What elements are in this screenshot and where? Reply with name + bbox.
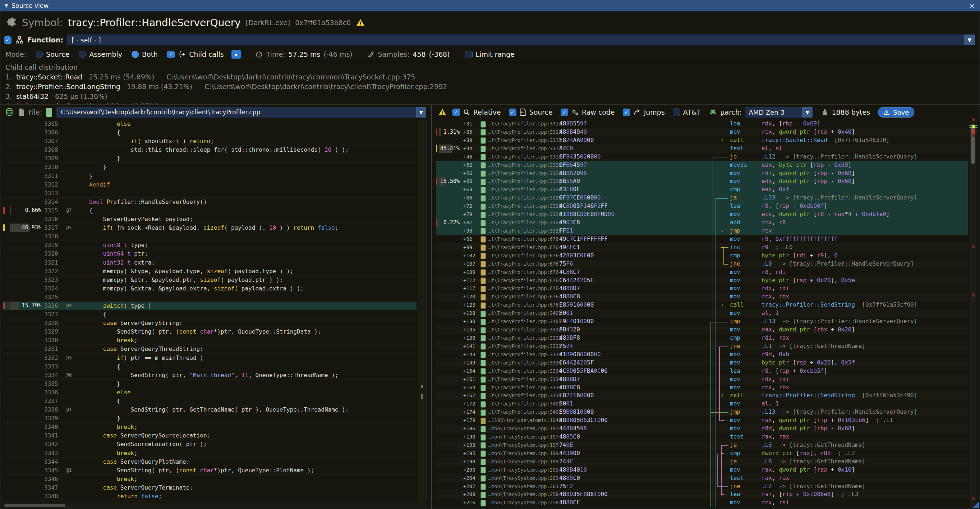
assembly-vertical-scrollbar[interactable] bbox=[970, 120, 977, 508]
source-location[interactable]: …mon\TracySystem.cpp:258 bbox=[488, 499, 558, 507]
source-location[interactable]: …t\TracyProfiler.cpp:3326 bbox=[488, 161, 562, 169]
source-location[interactable]: …t\TracyProfiler.cpp:3326 bbox=[488, 169, 562, 178]
source-line[interactable]: 3308 std::this_thread::sleep_for( std::c… bbox=[3, 146, 417, 154]
att-toggle[interactable]: AT&T bbox=[673, 108, 701, 116]
mode-radio-source[interactable]: Source bbox=[36, 50, 69, 58]
source-location[interactable]: …t\TracyProfiler.cpp:3317 bbox=[488, 128, 562, 136]
source-line[interactable]: 3307 if( shouldExit ) return; bbox=[3, 137, 417, 146]
source-line[interactable]: 3312#endif bbox=[3, 180, 417, 189]
assembly-line[interactable]: 15.50%+60…t\TracyProfiler.cpp:33268B55A0… bbox=[436, 177, 968, 186]
function-checkbox[interactable]: ✓ bbox=[4, 36, 11, 44]
titlebar[interactable]: ▼ Source view × bbox=[0, 0, 980, 11]
source-line[interactable]: 3334@6 SendString( ptr, "Main thread", 1… bbox=[3, 371, 417, 380]
limit-range-toggle[interactable]: Limit range bbox=[465, 50, 515, 58]
source-line[interactable]: 3338@1 SendString( ptr, GetThreadName( p… bbox=[3, 406, 417, 414]
source-location[interactable]: …t\TracyProfiler.cpp:3326 bbox=[488, 194, 562, 202]
collapse-icon[interactable]: ▼ bbox=[5, 3, 8, 8]
source-location[interactable]: …t\TracyProfiler.cpp:3317 bbox=[488, 120, 562, 128]
att-checkbox[interactable] bbox=[673, 108, 680, 116]
assembly-line[interactable]: +66…t\TracyProfiler.cpp:33260F87CE060000… bbox=[436, 194, 968, 202]
source-location[interactable]: …t\TracyProfiler.cpp:3326 bbox=[488, 186, 562, 194]
source-line[interactable]: 3346 break; bbox=[3, 475, 417, 484]
source-line[interactable]: 3343 break; bbox=[3, 449, 417, 458]
source-location[interactable]: …t\TracyProfiler.cpp:3334 bbox=[488, 391, 562, 400]
assembly-line[interactable]: +107…t\TracyProfiler.hpp:67675F6jne.L0 -… bbox=[436, 260, 968, 268]
assembly-line[interactable]: +195…mon\TracySystem.cpp:199443900→cmpdw… bbox=[436, 449, 968, 458]
source-location[interactable]: …t\TracyProfiler.cpp:3317 bbox=[488, 136, 562, 145]
relative-toggle[interactable]: ✓ Relative bbox=[452, 108, 501, 116]
function-dropdown[interactable]: [ - self - ] ▼ bbox=[67, 34, 975, 46]
source-line[interactable]: 3320 uint64_t ptr; bbox=[3, 250, 417, 258]
jumps-checkbox[interactable]: ✓ bbox=[623, 108, 630, 116]
source-line[interactable]: 3323 memcpy( &ptr, &payload.ptr, sizeof(… bbox=[3, 276, 417, 284]
source-location[interactable]: …t\TracyProfiler.cpp:3326 bbox=[488, 202, 562, 210]
source-location[interactable]: …t\TracyProfiler.cpp:3317 bbox=[488, 145, 562, 153]
assembly-line[interactable]: +143…t\TracyProfiler.cpp:333441B90B00000… bbox=[436, 350, 968, 359]
source-line[interactable]: 3319 uint8_t type; bbox=[3, 241, 417, 250]
source-line[interactable]: 3324 memcpy( &extra, &payload.extra, siz… bbox=[3, 284, 417, 293]
assembly-line[interactable]: +102…t\TracyProfiler.hpp:67642803C0F00cm… bbox=[436, 251, 968, 260]
source-location[interactable]: …t\TracyProfiler.cpp:3334 bbox=[488, 367, 562, 375]
child-call-entry[interactable]: 1.tracy::Socket::Read25.25 ms (54.89%)C:… bbox=[5, 73, 977, 83]
child-call-entry[interactable]: 2.tracy::Profiler::SendLongString19.88 m… bbox=[5, 83, 977, 92]
source-line[interactable]: 3331 case ServerQueryThreadString: bbox=[3, 345, 417, 353]
source-line[interactable]: 3337 { bbox=[3, 397, 417, 406]
source-location[interactable]: …t\TracyProfiler.cpp:3326 bbox=[488, 219, 562, 227]
raw-code-toggle[interactable]: ✓ Raw code bbox=[561, 108, 615, 116]
assembly-line[interactable]: +117…t\TracyProfiler.hpp:676488BD7movrdx… bbox=[436, 284, 968, 293]
child-calls-up-button[interactable]: ▲ bbox=[231, 50, 241, 59]
child-call-entry[interactable]: 3.stat64i32625 μs (1.36%) bbox=[5, 92, 977, 102]
source-line[interactable]: 3318 bbox=[3, 232, 417, 241]
source-line[interactable]: 0.66%3315@7{ bbox=[3, 206, 417, 215]
source-line[interactable]: 3327 { bbox=[3, 310, 417, 319]
source-location[interactable]: …t\TracyProfiler.cpp:3326 bbox=[488, 227, 562, 235]
source-location[interactable]: …t\TracyProfiler.hpp:676 bbox=[488, 293, 558, 301]
radio-icon[interactable] bbox=[132, 51, 139, 58]
raw-code-checkbox[interactable]: ✓ bbox=[561, 108, 568, 116]
source-location[interactable]: …t\TracyProfiler.cpp:3317 bbox=[488, 153, 562, 161]
assembly-line[interactable]: +79…t\TracyProfiler.cpp:3326418B8C80E0BF… bbox=[436, 210, 968, 219]
file-dropdown-arrow-icon[interactable]: ▼ bbox=[416, 107, 426, 118]
source-line[interactable]: 3311} bbox=[3, 172, 417, 180]
assembly-line[interactable]: +56…t\TracyProfiler.cpp:3326488B7D98movr… bbox=[436, 169, 968, 178]
assembly-line[interactable]: +138…t\TracyProfiler.cpp:3332483BF8cmprd… bbox=[436, 334, 968, 342]
source-line[interactable]: 3310 } bbox=[3, 163, 417, 172]
source-line[interactable]: 3325 bbox=[3, 293, 417, 302]
source-line[interactable]: 3344 case ServerQueryPlotName: bbox=[3, 458, 417, 466]
assembly-line[interactable]: +46…t\TracyProfiler.cpp:33170F8435020000… bbox=[436, 153, 968, 161]
assembly-line[interactable]: +167…t\TracyProfiler.cpp:3334E824160000‹… bbox=[436, 391, 968, 400]
assembly-line[interactable]: +179…1103\include\atomic:1048488B05B63C1… bbox=[436, 416, 968, 425]
assembly-line[interactable]: +198…mon\TracySystem.cpp:199744Cje.L6 ->… bbox=[436, 458, 968, 466]
source-location[interactable]: …t\TracyProfiler.cpp:3334 bbox=[488, 375, 562, 383]
source-location[interactable]: …t\TracyProfiler.cpp:3334 bbox=[488, 359, 562, 367]
source-location[interactable]: …t\TracyProfiler.cpp:3332 bbox=[488, 334, 562, 342]
source-location[interactable]: …mon\TracySystem.cpp:203 bbox=[488, 474, 558, 482]
source-horizontal-scrollbar[interactable] bbox=[3, 503, 426, 508]
source-location[interactable]: …t\TracyProfiler.hpp:676 bbox=[488, 243, 558, 251]
source-location[interactable]: …mon\TracySystem.cpp:197 bbox=[488, 433, 558, 441]
source-line[interactable]: 3332@3 if( ptr == m_mainThread ) bbox=[3, 354, 417, 362]
source-location[interactable]: …t\TracyProfiler.cpp:3334 bbox=[488, 350, 562, 359]
radio-icon[interactable] bbox=[36, 51, 43, 58]
source-checkbox[interactable]: ✓ bbox=[509, 108, 516, 116]
source-line[interactable]: 3329 SendString( ptr, (const char*)ptr, … bbox=[3, 328, 417, 336]
close-icon[interactable]: × bbox=[969, 2, 975, 10]
source-line[interactable]: 3309 } bbox=[3, 154, 417, 163]
source-line[interactable]: 3328 case ServerQueryString: bbox=[3, 319, 417, 328]
assembly-line[interactable]: +52…t\TracyProfiler.cpp:33260FB64597movz… bbox=[436, 161, 968, 169]
assembly-line[interactable]: +164…t\TracyProfiler.cpp:3334488BCBmovrc… bbox=[436, 383, 968, 392]
source-line[interactable]: 3347 case ServerQueryTerminate: bbox=[3, 484, 417, 492]
assembly-line[interactable]: +172…t\TracyProfiler.cpp:3401B001moval, … bbox=[436, 400, 968, 408]
assembly-line[interactable]: +149…t\TracyProfiler.cpp:3334C64424205Fm… bbox=[436, 359, 968, 367]
resize-grip[interactable] bbox=[972, 501, 979, 508]
assembly-line[interactable]: +200…mon\TracySystem.cpp:203488B4010movr… bbox=[436, 466, 968, 474]
child-call-entry[interactable]: 4.KeSynchronizeExecution125 μs (0.27%) bbox=[5, 102, 977, 104]
assembly-line[interactable]: +154…t\TracyProfiler.cpp:33344C8D055FBA0… bbox=[436, 367, 968, 375]
source-location[interactable]: …t\TracyProfiler.cpp:3401 bbox=[488, 400, 562, 408]
source-line[interactable]: 3322 memcpy( &type, &payload.type, sizeo… bbox=[3, 267, 417, 276]
march-dropdown-arrow-icon[interactable]: ▼ bbox=[802, 107, 813, 118]
pane-divider[interactable] bbox=[431, 105, 432, 509]
source-line[interactable]: 3348 return false; bbox=[3, 492, 417, 501]
source-location[interactable]: …mon\TracySystem.cpp:258 bbox=[488, 490, 558, 499]
source-location[interactable]: …t\TracyProfiler.cpp:3401 bbox=[488, 408, 562, 416]
